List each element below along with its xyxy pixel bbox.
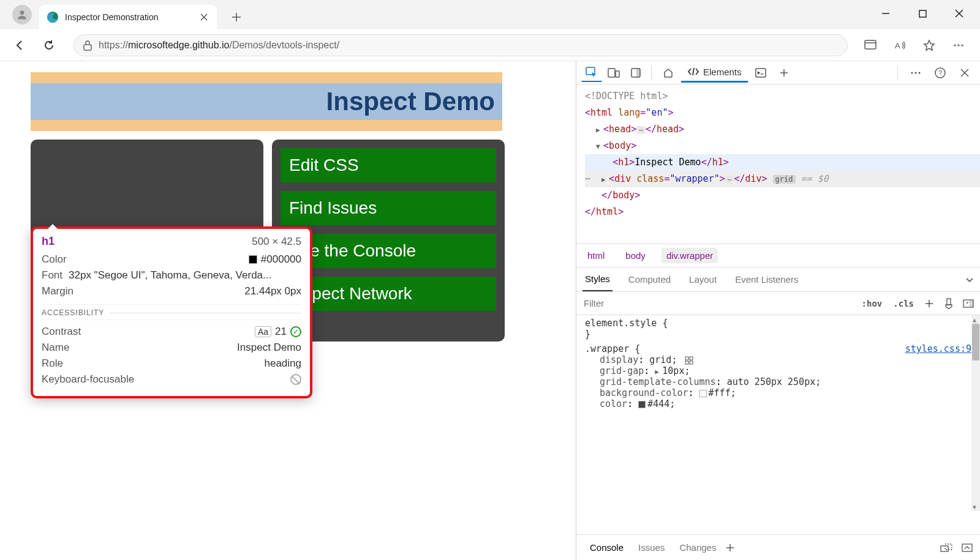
edge-icon: [47, 11, 59, 23]
svg-point-6: [954, 44, 956, 46]
style-filter-bar: :hov .cls: [576, 292, 980, 315]
svg-point-17: [919, 72, 921, 73]
styles-pane[interactable]: element.style { } .wrapper {styles.css:9…: [576, 315, 980, 534]
url-box[interactable]: https://microsoftedge.github.io/Demos/de…: [74, 34, 848, 56]
crumb-html[interactable]: html: [582, 248, 609, 263]
grid-icon[interactable]: [685, 356, 693, 365]
element-style-rule[interactable]: element.style { }: [585, 318, 971, 340]
svg-rect-23: [685, 357, 688, 360]
tab-close-button[interactable]: [198, 12, 209, 23]
lock-icon: [83, 40, 92, 51]
dom-wrapper-line[interactable]: ⋯ ▶<div class="wrapper">⋯</div> grid == …: [585, 171, 980, 187]
page-viewport: Inspect Demo Edit CSS Find Issues Use th…: [0, 61, 576, 560]
tooltip-margin-label: Margin: [42, 285, 74, 297]
hov-toggle[interactable]: :hov: [859, 297, 885, 310]
inspect-element-button[interactable]: [581, 64, 602, 82]
drawer: Console Issues Changes: [576, 534, 980, 560]
crumb-body[interactable]: body: [620, 248, 650, 263]
content-area: Inspect Demo Edit CSS Find Issues Use th…: [0, 61, 980, 560]
dock-toggle-button[interactable]: [625, 64, 646, 82]
check-icon: ✓: [290, 326, 301, 337]
drawer-tab-console[interactable]: Console: [582, 539, 631, 556]
tooltip-name-label: Name: [42, 342, 69, 354]
dom-tree[interactable]: <!DOCTYPE html> <html lang="en"> ▶<head>…: [576, 84, 980, 244]
elements-tab[interactable]: Elements: [681, 63, 748, 83]
svg-rect-29: [962, 544, 972, 551]
maximize-button[interactable]: [914, 5, 931, 22]
tooltip-contrast-value: 21: [275, 326, 287, 338]
tooltip-role-label: Role: [42, 357, 63, 370]
page-heading-band: Inspect Demo: [31, 83, 502, 120]
button-use-console[interactable]: Use the Console: [281, 234, 496, 268]
button-inspect-network[interactable]: Inspect Network: [281, 277, 496, 311]
svg-rect-10: [608, 69, 615, 77]
tooltip-font-label: Font: [42, 269, 62, 282]
svg-rect-26: [690, 361, 693, 364]
paintbrush-icon[interactable]: [942, 297, 956, 310]
svg-point-16: [915, 72, 917, 73]
svg-rect-2: [919, 10, 926, 17]
tab-computed[interactable]: Computed: [626, 268, 673, 291]
drawer-add-button[interactable]: [723, 541, 737, 554]
button-edit-css[interactable]: Edit CSS: [281, 148, 496, 182]
close-window-button[interactable]: [951, 5, 968, 22]
svg-text:?: ?: [938, 69, 942, 77]
refresh-button[interactable]: [37, 33, 61, 58]
more-tabs-button[interactable]: [774, 64, 794, 82]
read-aloud-icon[interactable]: A: [889, 35, 910, 56]
svg-point-8: [962, 44, 963, 46]
devtools-help-button[interactable]: ?: [930, 64, 951, 82]
devtools-close-button[interactable]: [954, 64, 975, 82]
wrapper-rule[interactable]: .wrapper {styles.css:9 display: grid; gr…: [585, 343, 971, 409]
new-tab-button[interactable]: [227, 7, 246, 27]
tooltip-tag: h1: [42, 235, 55, 248]
new-style-rule-button[interactable]: [922, 297, 936, 310]
svg-rect-25: [685, 361, 688, 364]
tab-title: Inspector Demonstration: [65, 12, 192, 22]
swatch-dark[interactable]: [638, 401, 646, 408]
welcome-tab[interactable]: [657, 64, 680, 82]
drawer-dock-icon[interactable]: [940, 541, 953, 554]
svg-rect-22: [970, 300, 973, 307]
console-tab-icon[interactable]: [749, 64, 772, 81]
back-button[interactable]: [7, 33, 32, 58]
svg-rect-20: [947, 299, 951, 305]
devtools-more-button[interactable]: [905, 64, 926, 82]
device-toggle-button[interactable]: [603, 64, 624, 82]
tooltip-color-value: #000000: [261, 253, 301, 266]
computed-sidebar-icon[interactable]: [962, 297, 975, 310]
menu-icon[interactable]: [948, 35, 969, 56]
source-link[interactable]: styles.css:9: [905, 343, 971, 354]
drawer-tab-changes[interactable]: Changes: [672, 539, 723, 556]
profile-avatar[interactable]: [12, 5, 32, 24]
app-mode-icon[interactable]: [860, 35, 881, 56]
style-tabs-chevron[interactable]: [965, 277, 974, 283]
tooltip-acc-heading: ACCESSIBILITY: [42, 308, 104, 317]
dom-doctype: <!DOCTYPE html>: [585, 88, 980, 105]
svg-point-7: [958, 44, 960, 46]
tooltip-font-value: 32px "Segoe UI", Tahoma, Geneva, Verda..…: [69, 269, 271, 282]
style-filter-input[interactable]: [581, 294, 853, 312]
drawer-expand-icon[interactable]: [960, 541, 974, 554]
browser-tab[interactable]: Inspector Demonstration: [39, 5, 217, 29]
ban-icon: [290, 374, 301, 385]
svg-text:A: A: [895, 41, 900, 50]
tab-layout[interactable]: Layout: [687, 268, 719, 291]
dom-h1-line[interactable]: <h1>Inspect Demo</h1>: [585, 154, 980, 171]
tooltip-color-label: Color: [42, 253, 67, 266]
drawer-tab-issues[interactable]: Issues: [631, 539, 672, 556]
tooltip-name-value: Inspect Demo: [237, 342, 301, 354]
window-controls: [877, 5, 968, 22]
tooltip-contrast-label: Contrast: [42, 326, 81, 338]
minimize-button[interactable]: [877, 5, 894, 22]
styles-scrollbar[interactable]: ▲ ▼: [971, 315, 980, 511]
crumb-wrapper[interactable]: div.wrapper: [662, 248, 718, 263]
favorite-icon[interactable]: [919, 35, 940, 56]
swatch-white[interactable]: [699, 390, 707, 397]
tab-event-listeners[interactable]: Event Listeners: [733, 268, 801, 291]
button-find-issues[interactable]: Find Issues: [281, 191, 496, 225]
tab-styles[interactable]: Styles: [582, 267, 612, 291]
devtools-panel: Elements ? <!DOCTYPE html> <html lang="e…: [576, 61, 980, 560]
cls-toggle[interactable]: .cls: [891, 297, 916, 310]
svg-point-15: [911, 72, 913, 73]
